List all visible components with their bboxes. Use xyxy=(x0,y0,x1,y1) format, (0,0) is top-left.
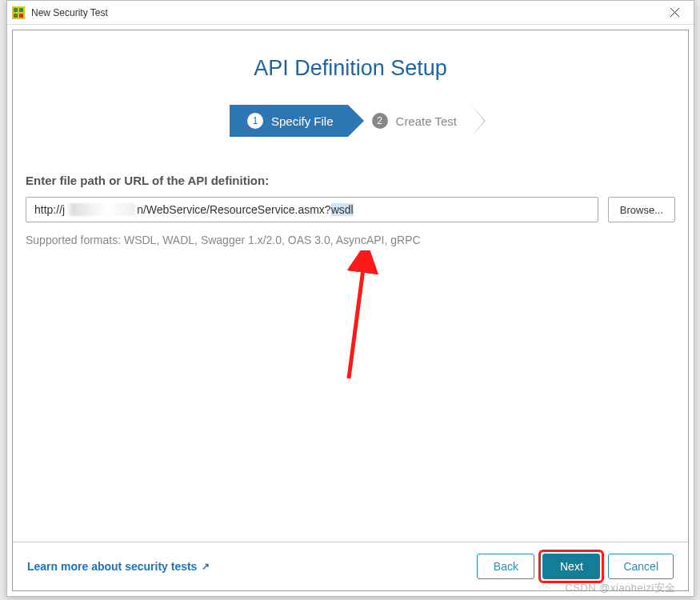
step-label-1: Specify File xyxy=(271,114,334,128)
titlebar: New Security Test xyxy=(7,1,694,25)
learn-more-text: Learn more about security tests xyxy=(27,560,197,573)
svg-rect-3 xyxy=(14,14,18,18)
window-title: New Security Test xyxy=(31,7,658,18)
svg-rect-4 xyxy=(19,14,23,18)
svg-rect-1 xyxy=(14,8,18,12)
close-icon xyxy=(670,8,679,17)
url-text-mid: n/WebService/ResourceService.asmx? xyxy=(137,203,331,216)
url-text-prefix: http://j xyxy=(34,203,65,216)
dialog-footer: Learn more about security tests ↗ Back N… xyxy=(13,542,688,590)
step-number-2: 2 xyxy=(372,113,388,129)
step-label-2: Create Test xyxy=(396,114,457,128)
external-link-icon: ↗ xyxy=(202,561,210,572)
svg-line-8 xyxy=(349,257,365,378)
cancel-button[interactable]: Cancel xyxy=(608,554,674,579)
wizard-step-specify-file[interactable]: 1 Specify File xyxy=(230,105,348,137)
browse-button[interactable]: Browse... xyxy=(608,197,675,222)
close-button[interactable] xyxy=(658,2,690,24)
form-area: Enter file path or URL of the API defini… xyxy=(13,174,688,246)
page-title: API Definition Setup xyxy=(13,38,688,105)
next-button[interactable]: Next xyxy=(542,554,600,579)
wizard-breadcrumb: 1 Specify File 2 Create Test xyxy=(13,105,688,137)
url-input[interactable]: http://jn/WebService/ResourceService.asm… xyxy=(26,197,598,222)
url-text-redacted xyxy=(66,203,135,216)
back-button[interactable]: Back xyxy=(477,554,534,579)
app-icon xyxy=(12,6,25,19)
next-button-wrap: Next xyxy=(542,554,600,579)
supported-formats-text: Supported formats: WSDL, WADL, Swagger 1… xyxy=(26,234,675,246)
annotation-arrow xyxy=(337,250,385,386)
dialog-window: New Security Test API Definition Setup 1… xyxy=(6,0,694,597)
url-field-label: Enter file path or URL of the API defini… xyxy=(26,174,675,187)
step-number-1: 1 xyxy=(247,113,263,129)
dialog-content: API Definition Setup 1 Specify File 2 Cr… xyxy=(13,30,688,542)
dialog-content-frame: API Definition Setup 1 Specify File 2 Cr… xyxy=(12,30,689,591)
wizard-step-create-test[interactable]: 2 Create Test xyxy=(348,105,471,137)
svg-rect-2 xyxy=(19,8,23,12)
url-text-selected: wsdl xyxy=(331,203,354,216)
learn-more-link[interactable]: Learn more about security tests ↗ xyxy=(27,560,210,573)
url-input-row: http://jn/WebService/ResourceService.asm… xyxy=(26,197,675,222)
